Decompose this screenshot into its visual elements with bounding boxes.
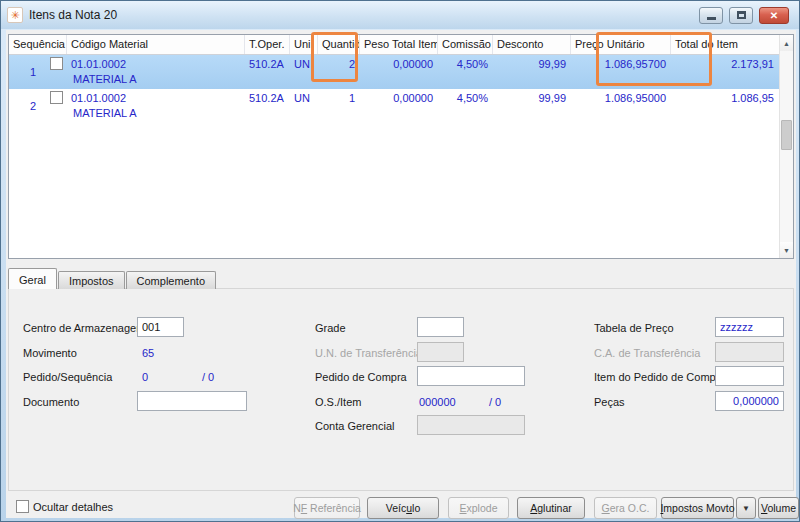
dialog-body: Sequência Código Material T.Oper. Uni Qu… [6,30,796,518]
app-icon: ✳ [7,7,23,23]
tab-panel-geral: Centro de Armazenagem Movimento 65 Pedid… [8,288,794,491]
movimento-value: 65 [142,347,154,359]
dropdown-arrow-button[interactable]: ▼ [736,497,756,519]
close-button[interactable]: ✕ [759,7,789,24]
aglutinar-button[interactable]: Aglutinar [517,497,585,519]
documento-field[interactable] [137,391,247,411]
minimize-icon [707,17,716,20]
vertical-scrollbar[interactable]: ▲ ▼ [779,35,793,258]
os-value: 000000 [419,396,456,408]
cell-preco-unitario: 1.086,95700 [571,58,671,70]
close-icon: ✕ [770,10,778,21]
grade-field[interactable] [417,317,464,337]
gera-oc-button: Gera O.C. [594,497,657,519]
scroll-down-icon[interactable]: ▼ [780,242,793,258]
label-conta-gerencial: Conta Gerencial [315,420,395,432]
column-header-sequencia[interactable]: Sequência [9,35,67,54]
cell-peso: 0,00000 [360,58,438,70]
cell-comissao: 4,50% [438,92,493,104]
nf-referencia-button: NF Referência [294,497,360,519]
dialog-itens-da-nota: ✳ Itens da Nota 20 ✕ Sequência Código Ma… [0,0,800,522]
cell-total-item: 1.086,95 [671,92,779,104]
scrollbar-track[interactable] [780,51,793,242]
scrollbar-thumb[interactable] [781,120,792,150]
grid-header: Sequência Código Material T.Oper. Uni Qu… [9,35,793,55]
pedido-compra-field[interactable] [417,366,525,386]
column-header-quantidade[interactable]: Quantidade [318,35,360,54]
impostos-movto-button[interactable]: Impostos Movto [661,497,734,519]
cell-preco-unitario: 1.086,95000 [571,92,671,104]
tab-complemento[interactable]: Complemento [126,271,216,289]
veiculo-button[interactable]: Veículo [367,497,439,519]
checkbox-icon [16,500,29,513]
label-documento: Documento [23,396,79,408]
maximize-icon [737,11,746,19]
label-pecas: Peças [594,396,625,408]
cell-total-item: 2.173,91 [671,58,779,70]
volume-button[interactable]: Volume [758,497,799,519]
item-pedido-compra-field[interactable] [715,366,784,386]
cell-peso: 0,00000 [360,92,438,104]
cell-quantidade: 2 [318,58,360,70]
pedido-value: 0 [142,371,148,383]
column-header-uni[interactable]: Uni [290,35,318,54]
label-pedido-sequencia: Pedido/Sequência [23,371,112,383]
tab-impostos[interactable]: Impostos [58,271,125,289]
label-os-item: O.S./Item [315,396,361,408]
ocultar-detalhes-label: Ocultar detalhes [33,501,113,513]
cell-comissao: 4,50% [438,58,493,70]
cell-toper: 510.2A [245,92,290,104]
centro-armazenagem-field[interactable] [137,317,184,337]
row-sequence: 1 [9,55,45,89]
label-centro-armazenagem: Centro de Armazenagem [23,322,145,334]
minimize-button[interactable] [699,7,723,24]
cell-desconto: 99,99 [493,58,571,70]
label-pedido-compra: Pedido de Compra [315,371,407,383]
row-sequence: 2 [9,89,45,123]
maximize-button[interactable] [729,7,753,24]
column-header-preco-unitario[interactable]: Preço Unitário [571,35,671,54]
title-bar: ✳ Itens da Nota 20 ✕ [1,1,799,29]
ocultar-detalhes-checkbox[interactable]: Ocultar detalhes [16,500,113,513]
cell-descricao: MATERIAL A [9,106,779,123]
cell-desconto: 99,99 [493,92,571,104]
tabela-preco-field[interactable] [715,317,784,337]
scroll-up-icon[interactable]: ▲ [780,35,793,51]
sequencia-value: / 0 [202,371,214,383]
column-header-codigo-material[interactable]: Código Material [67,35,245,54]
conta-gerencial-field [417,415,525,435]
cell-descricao: MATERIAL A [9,72,779,89]
cell-toper: 510.2A [245,58,290,70]
un-transferencia-field [417,342,464,362]
ca-transferencia-field [715,342,784,362]
cell-codigo: 01.01.0002 [67,92,245,104]
label-grade: Grade [315,322,346,334]
column-header-peso-total[interactable]: Peso Total Item [360,35,438,54]
tab-strip: Geral Impostos Complemento [8,268,217,289]
items-grid: Sequência Código Material T.Oper. Uni Qu… [8,34,794,259]
label-item-pedido-compra: Item do Pedido de Compra [594,371,725,383]
cell-codigo: 01.01.0002 [67,58,245,70]
column-header-total-item[interactable]: Total do Item [671,35,779,54]
column-header-toper[interactable]: T.Oper. [245,35,290,54]
column-header-comissao[interactable]: Comissão [438,35,493,54]
chevron-down-icon: ▼ [742,504,750,513]
row-checkbox[interactable] [50,91,63,104]
table-row[interactable]: 1 01.01.0002 510.2A UN 2 0,00000 4,50% 9… [9,55,779,89]
label-tabela-preco: Tabela de Preço [594,322,674,334]
os-item-value: / 0 [489,396,501,408]
label-ca-transferencia: C.A. de Transferência [594,347,700,359]
label-movimento: Movimento [23,347,77,359]
window-title: Itens da Nota 20 [29,8,699,22]
tab-geral[interactable]: Geral [8,268,57,289]
row-checkbox[interactable] [50,57,63,70]
cell-quantidade: 1 [318,92,360,104]
cell-uni: UN [290,92,318,104]
label-un-transferencia: U.N. de Transferência [315,347,422,359]
column-header-desconto[interactable]: Desconto [493,35,571,54]
pecas-field[interactable] [715,391,784,411]
table-row[interactable]: 2 01.01.0002 510.2A UN 1 0,00000 4,50% 9… [9,89,779,123]
cell-uni: UN [290,58,318,70]
explode-button: Explode [448,497,509,519]
